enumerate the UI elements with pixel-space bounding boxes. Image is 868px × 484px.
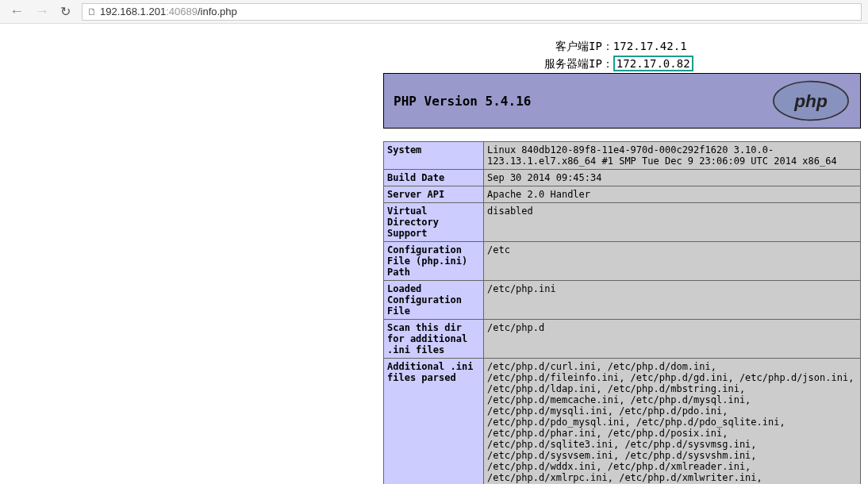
page-icon: 🗋	[87, 6, 97, 17]
row-value: Sep 30 2014 09:45:34	[484, 170, 861, 186]
row-value: disabled	[484, 203, 861, 242]
phpinfo-table: SystemLinux 840db120-89f8-11e4-970d-000c…	[383, 141, 861, 484]
table-row: Additional .ini files parsed/etc/php.d/c…	[384, 359, 861, 485]
row-value: /etc/php.d/curl.ini, /etc/php.d/dom.ini,…	[484, 359, 861, 485]
table-row: Virtual Directory Supportdisabled	[384, 203, 861, 242]
svg-text:php: php	[793, 90, 828, 111]
row-value: /etc	[484, 242, 861, 281]
back-button[interactable]: ←	[6, 3, 27, 20]
server-ip-label: 服务器端IP：	[544, 57, 613, 70]
url-bar[interactable]: 🗋 192.168.1.201:40689/info.php	[82, 3, 862, 21]
table-row: Configuration File (php.ini) Path/etc	[384, 242, 861, 281]
forward-button[interactable]: →	[32, 3, 52, 20]
client-ip-label: 客户端IP：	[555, 40, 613, 52]
table-row: Build DateSep 30 2014 09:45:34	[384, 170, 861, 186]
client-ip-line: 客户端IP：172.17.42.1	[555, 40, 868, 54]
reload-button[interactable]: ↻	[57, 4, 74, 19]
phpinfo-header: PHP Version 5.4.16 php	[383, 73, 861, 129]
row-key: Configuration File (php.ini) Path	[384, 242, 484, 281]
url-path: /info.php	[198, 6, 237, 17]
row-key: Virtual Directory Support	[384, 203, 484, 242]
url-port: :40689	[166, 6, 198, 17]
row-key: Scan this dir for additional .ini files	[384, 320, 484, 359]
server-ip-line: 服务器端IP：172.17.0.82	[544, 56, 868, 71]
row-key: Server API	[384, 186, 484, 203]
page-content: 客户端IP：172.17.42.1 服务器端IP：172.17.0.82 PHP…	[0, 24, 868, 484]
browser-toolbar: ← → ↻ 🗋 192.168.1.201:40689/info.php	[0, 0, 868, 24]
row-value: /etc/php.d	[484, 320, 861, 359]
php-version-title: PHP Version 5.4.16	[394, 94, 531, 109]
row-value: Apache 2.0 Handler	[484, 186, 861, 203]
url-host: 192.168.1.201	[100, 6, 166, 17]
table-row: SystemLinux 840db120-89f8-11e4-970d-000c…	[384, 142, 861, 170]
server-ip-value: 172.17.0.82	[613, 56, 693, 71]
table-row: Server APIApache 2.0 Handler	[384, 186, 861, 203]
row-value: /etc/php.ini	[484, 281, 861, 320]
table-row: Loaded Configuration File/etc/php.ini	[384, 281, 861, 320]
row-key: Build Date	[384, 170, 484, 186]
php-logo-icon: php	[771, 80, 851, 121]
client-ip-value: 172.17.42.1	[613, 40, 687, 52]
row-key: Additional .ini files parsed	[384, 359, 484, 485]
row-key: System	[384, 142, 484, 170]
table-row: Scan this dir for additional .ini files/…	[384, 320, 861, 359]
row-key: Loaded Configuration File	[384, 281, 484, 320]
row-value: Linux 840db120-89f8-11e4-970d-000c292f16…	[484, 142, 861, 170]
phpinfo-container: PHP Version 5.4.16 php SystemLinux 840db…	[383, 73, 861, 484]
